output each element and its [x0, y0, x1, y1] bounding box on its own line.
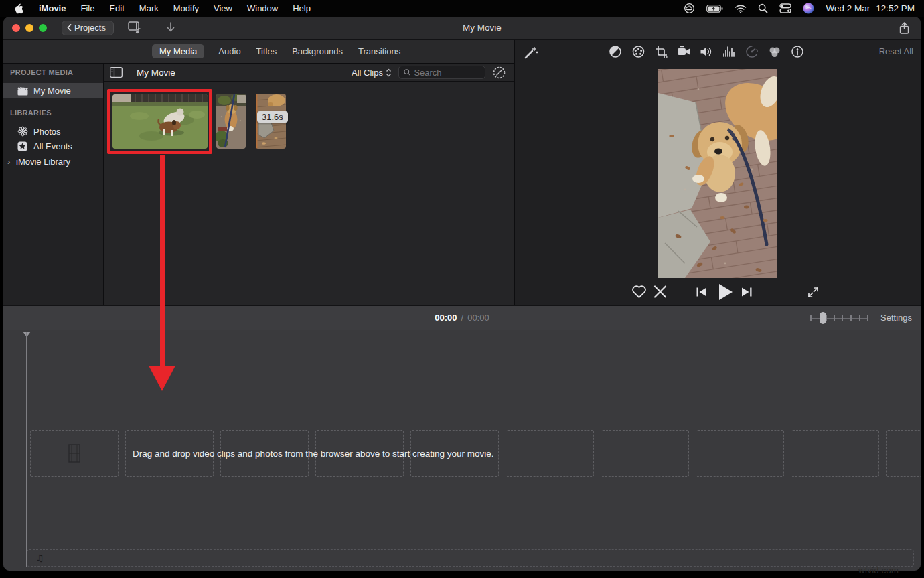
sidebar-item-my-movie[interactable]: My Movie — [3, 83, 103, 98]
music-note-icon: ♫ — [35, 553, 44, 563]
timeline-zoom-slider[interactable] — [810, 306, 868, 330]
browser-settings-icon[interactable] — [492, 66, 506, 80]
project-media-header: PROJECT MEDIA — [3, 68, 103, 77]
search-input[interactable] — [414, 68, 480, 78]
photos-icon — [17, 126, 28, 137]
screen: iMovie File Edit Mark Modify View Window… — [0, 0, 924, 578]
imovie-window: Projects My Movie My Media Audio Titles — [3, 17, 921, 571]
timeline-drop-slot — [886, 430, 921, 477]
menu-file[interactable]: File — [73, 3, 102, 13]
browser-clip-grid: 31.6s — [104, 82, 514, 305]
sidebar-item-all-events[interactable]: All Events — [3, 139, 103, 154]
volume-icon[interactable] — [700, 46, 713, 58]
sidebar-item-photos[interactable]: Photos — [3, 124, 103, 139]
previous-frame-icon[interactable] — [696, 287, 707, 297]
clip-info-icon[interactable] — [791, 45, 804, 58]
sidebar-item-imovie-library[interactable]: › iMovie Library — [3, 154, 103, 169]
timeline-settings-button[interactable]: Settings — [880, 313, 912, 323]
tab-transitions[interactable]: Transitions — [357, 44, 402, 58]
siri-icon[interactable] — [803, 3, 814, 14]
viewer-controls — [515, 282, 921, 305]
back-to-projects-button[interactable]: Projects — [62, 21, 114, 35]
share-icon[interactable] — [899, 22, 909, 34]
clip-filter-icon[interactable] — [768, 46, 781, 58]
menu-mark[interactable]: Mark — [132, 3, 166, 13]
menu-window[interactable]: Window — [240, 3, 285, 13]
next-frame-icon[interactable] — [741, 287, 753, 297]
viewer-toolbar: Reset All — [515, 40, 921, 64]
libraries-header: LIBRARIES — [3, 107, 103, 118]
enhance-magic-wand-icon[interactable] — [524, 45, 538, 62]
timeline-drop-slot — [601, 430, 689, 477]
timeline[interactable]: Drag and drop video clips and photos fro… — [3, 330, 921, 571]
timecode-display: 00:00 / 00:00 — [435, 313, 489, 323]
reset-all-button[interactable]: Reset All — [879, 46, 913, 56]
timeline-drop-slot — [696, 430, 784, 477]
menubar-date: Wed 2 Mar — [826, 3, 870, 13]
film-strip-icon — [68, 444, 80, 465]
search-icon — [404, 68, 410, 76]
annotation-arrow-shaft — [160, 155, 165, 367]
browser-pane-title: My Movie — [137, 68, 175, 78]
chevron-up-down-icon — [386, 68, 392, 77]
color-correction-icon[interactable] — [631, 45, 645, 58]
menu-help[interactable]: Help — [285, 3, 318, 13]
wifi-icon[interactable] — [735, 4, 747, 13]
timeline-drop-slot — [791, 430, 879, 477]
timeline-empty-hint: Drag and drop video clips and photos fro… — [133, 430, 494, 477]
timeline-drop-slot — [506, 430, 594, 477]
battery-icon[interactable] — [706, 5, 723, 13]
apple-menu-icon[interactable] — [15, 3, 23, 14]
control-center-icon[interactable] — [779, 3, 791, 14]
zoom-window-button[interactable] — [39, 24, 47, 32]
audio-track-lane[interactable]: ♫ — [27, 549, 914, 567]
playhead-handle[interactable] — [23, 332, 31, 337]
menu-edit[interactable]: Edit — [102, 3, 131, 13]
fullscreen-expand-icon[interactable] — [807, 286, 820, 299]
media-tab-strip: My Media Audio Titles Backgrounds Transi… — [3, 40, 514, 64]
sidebar-toggle-icon[interactable] — [104, 64, 129, 81]
annotation-highlight-rectangle — [107, 89, 212, 154]
noise-reduction-eq-icon[interactable] — [722, 46, 736, 58]
window-title: My Movie — [463, 23, 502, 33]
viewer-area — [515, 64, 921, 282]
speed-icon[interactable] — [745, 45, 759, 58]
close-window-button[interactable] — [12, 24, 20, 32]
clip-thumbnail-dog-path[interactable] — [216, 94, 246, 149]
star-events-icon — [17, 141, 28, 151]
menu-modify[interactable]: Modify — [166, 3, 206, 13]
color-balance-icon[interactable] — [609, 45, 622, 58]
tab-audio[interactable]: Audio — [217, 44, 242, 58]
viewer-panel: Reset All — [514, 40, 921, 305]
timeline-toolbar: 00:00 / 00:00 Settings — [3, 305, 921, 330]
annotation-arrow-head — [149, 366, 175, 391]
favorite-heart-icon[interactable] — [631, 285, 647, 299]
disclosure-chevron-icon[interactable]: › — [7, 157, 13, 167]
menubar-time: 12:52 PM — [876, 3, 915, 13]
minimize-window-button[interactable] — [25, 24, 33, 32]
zoom-slider-thumb[interactable] — [820, 312, 826, 324]
crop-icon[interactable] — [655, 46, 668, 58]
media-browser-icon[interactable] — [128, 21, 142, 34]
spotlight-search-icon[interactable] — [758, 3, 768, 13]
creative-cloud-icon[interactable] — [684, 3, 695, 14]
back-chevron-icon — [67, 24, 72, 31]
menu-view[interactable]: View — [206, 3, 240, 13]
import-media-icon[interactable] — [166, 22, 175, 33]
sidebar: PROJECT MEDIA My Movie LIBRARIES — [3, 64, 104, 305]
playhead-line — [26, 332, 27, 567]
menu-imovie[interactable]: iMovie — [31, 3, 73, 13]
tab-my-media[interactable]: My Media — [152, 44, 204, 58]
tab-titles[interactable]: Titles — [255, 44, 279, 58]
stabilization-camera-icon[interactable] — [677, 46, 690, 58]
search-field[interactable] — [398, 66, 485, 79]
media-browser: My Movie All Clips — [104, 64, 514, 305]
watermark: wtvid.com — [858, 565, 899, 575]
tab-backgrounds[interactable]: Backgrounds — [291, 44, 344, 58]
all-clips-filter[interactable]: All Clips — [352, 68, 392, 78]
play-button-icon[interactable] — [718, 283, 733, 301]
menubar-clock[interactable]: Wed 2 Mar 12:52 PM — [826, 3, 915, 13]
browser-header: My Movie All Clips — [104, 64, 514, 82]
reject-icon[interactable] — [653, 285, 668, 299]
clapperboard-icon — [17, 86, 28, 96]
